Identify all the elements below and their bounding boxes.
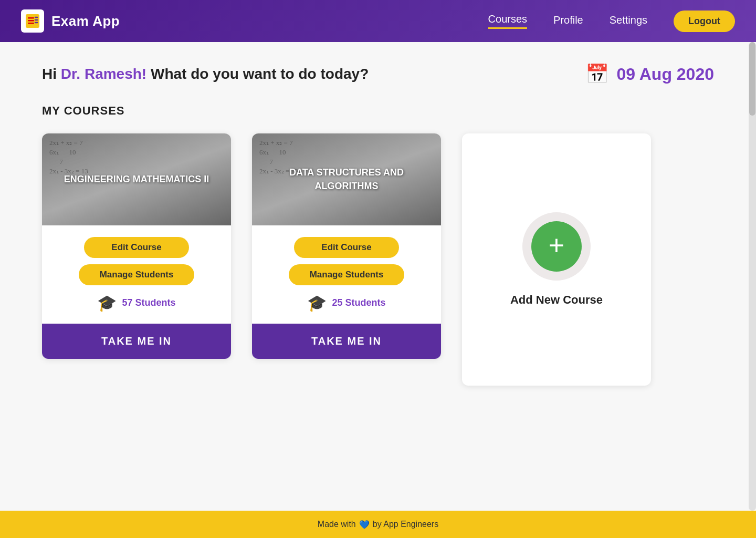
plus-icon: + — [549, 232, 564, 259]
app-logo-icon — [21, 9, 44, 33]
graduation-icon-1: 🎓 — [97, 294, 117, 312]
greeting-row: Hi Dr. Ramesh! What do you want to do to… — [42, 63, 714, 85]
scrollbar-track[interactable] — [749, 42, 756, 511]
scrollbar-thumb[interactable] — [749, 42, 755, 116]
course-body-2: Edit Course Manage Students 🎓 25 Student… — [252, 225, 441, 314]
greeting-name: Dr. Ramesh! — [61, 66, 146, 82]
course-card-2: 2x₁ + x₂ = 7 6x₁ 10 7 2x₁ - 3x₂ = 13 DAT… — [252, 133, 441, 359]
add-course-label: Add New Course — [510, 293, 603, 307]
footer: Made with 💙 by App Engineers — [0, 511, 756, 538]
students-count-1: 57 Students — [122, 297, 175, 308]
footer-by-text: by App Engineers — [373, 520, 438, 529]
my-courses-title: MY COURSES — [42, 104, 714, 118]
course-card-1: 2x₁ + x₂ = 7 6x₁ 10 7 2x₁ - 3x₂ = 13 ENG… — [42, 133, 231, 359]
heart-icon: 💙 — [359, 520, 370, 530]
logout-button[interactable]: Logout — [674, 11, 735, 32]
add-course-card[interactable]: + Add New Course — [462, 133, 651, 386]
manage-students-btn-1[interactable]: Manage Students — [79, 264, 194, 285]
header: Exam App Courses Profile Settings Logout — [0, 0, 756, 42]
date-section: 📅 09 Aug 2020 — [585, 63, 714, 85]
edit-course-btn-1[interactable]: Edit Course — [84, 237, 189, 258]
add-circle-bg: + — [522, 212, 591, 281]
svg-rect-3 — [28, 23, 34, 24]
manage-students-btn-2[interactable]: Manage Students — [289, 264, 404, 285]
footer-text: Made with — [318, 520, 356, 529]
course-title-1: ENGINEERING MATHEMATICS II — [54, 173, 219, 186]
calendar-icon: 📅 — [585, 63, 609, 85]
header-nav: Courses Profile Settings Logout — [488, 11, 735, 32]
edit-course-btn-2[interactable]: Edit Course — [294, 237, 399, 258]
svg-rect-2 — [28, 20, 34, 22]
nav-courses[interactable]: Courses — [488, 13, 527, 29]
main-content: Hi Dr. Ramesh! What do you want to do to… — [0, 42, 756, 511]
course-thumbnail-2: 2x₁ + x₂ = 7 6x₁ 10 7 2x₁ - 3x₂ = 13 DAT… — [252, 133, 441, 225]
nav-settings[interactable]: Settings — [610, 14, 647, 28]
greeting-subtext: What do you want to do today? — [146, 66, 369, 82]
svg-rect-1 — [28, 17, 34, 19]
greeting-hi: Hi — [42, 66, 61, 82]
students-row-1: 🎓 57 Students — [97, 292, 175, 314]
take-me-in-btn-2[interactable]: TAKE ME IN — [252, 324, 441, 359]
students-count-2: 25 Students — [332, 297, 385, 308]
greeting-text: Hi Dr. Ramesh! What do you want to do to… — [42, 66, 369, 82]
app-title: Exam App — [51, 13, 120, 29]
nav-profile[interactable]: Profile — [553, 14, 583, 28]
take-me-in-btn-1[interactable]: TAKE ME IN — [42, 324, 231, 359]
course-title-2: DATA STRUCTURES AND ALGORITHMS — [252, 166, 441, 192]
course-thumbnail-1: 2x₁ + x₂ = 7 6x₁ 10 7 2x₁ - 3x₂ = 13 ENG… — [42, 133, 231, 225]
courses-grid: 2x₁ + x₂ = 7 6x₁ 10 7 2x₁ - 3x₂ = 13 ENG… — [42, 133, 714, 386]
course-body-1: Edit Course Manage Students 🎓 57 Student… — [42, 225, 231, 314]
students-row-2: 🎓 25 Students — [307, 292, 385, 314]
add-circle-green: + — [531, 221, 582, 272]
header-left: Exam App — [21, 9, 120, 33]
date-label: 09 Aug 2020 — [616, 65, 714, 84]
graduation-icon-2: 🎓 — [307, 294, 327, 312]
